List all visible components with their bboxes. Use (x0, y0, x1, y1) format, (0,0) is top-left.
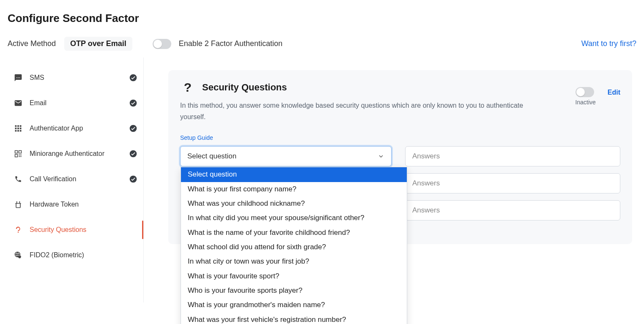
svg-rect-2 (15, 125, 17, 127)
sidebar-item-label: Call Verification (30, 175, 129, 183)
dropdown-option[interactable]: In what city or town was your first job? (181, 254, 407, 269)
dropdown-option[interactable]: Who is your favourite sports player? (181, 283, 407, 298)
svg-rect-18 (20, 156, 21, 157)
enable-2fa-toggle[interactable] (153, 39, 171, 49)
sidebar-item-label: FIDO2 (Biometric) (30, 251, 137, 259)
dropdown-option[interactable]: What is your first company name? (181, 182, 407, 196)
panel-description: In this method, you answer some knowledg… (180, 100, 527, 123)
answer-input-2[interactable] (405, 173, 620, 193)
dropdown-option[interactable]: In what city did you meet your spouse/si… (181, 211, 407, 225)
answer-input-3[interactable] (405, 200, 620, 221)
dropdown-option[interactable]: What is your favourite sport? (181, 269, 407, 283)
svg-point-20 (130, 176, 137, 183)
edit-button[interactable]: Edit (608, 87, 620, 96)
panel-status-label: Inactive (575, 99, 596, 106)
sidebar-item-label: Hardware Token (30, 201, 137, 208)
sidebar-item-label: Authenticator App (30, 125, 129, 132)
sidebar-item-label: Miniorange Authenticator (30, 150, 129, 158)
panel-title: Security Questions (202, 82, 287, 93)
main-content: ? Security Questions In this method, you… (144, 57, 644, 302)
question-select-1[interactable]: Select question Select question What is … (180, 146, 392, 166)
sidebar-item-hardware-token[interactable]: Hardware Token (8, 192, 143, 217)
question-dropdown: Select question What is your first compa… (181, 167, 407, 324)
dropdown-option[interactable]: Select question (181, 167, 407, 182)
check-icon (129, 74, 137, 82)
sidebar-item-security-questions[interactable]: Security Questions (8, 217, 143, 242)
svg-rect-3 (17, 125, 19, 127)
sidebar-item-call-verification[interactable]: Call Verification (8, 166, 143, 192)
grid-icon (14, 124, 23, 133)
sidebar-item-label: SMS (30, 74, 129, 82)
svg-rect-12 (15, 151, 18, 153)
token-icon (14, 200, 23, 209)
sidebar: SMS Email Authenticator App (0, 57, 144, 302)
svg-rect-15 (19, 155, 20, 155)
svg-rect-17 (19, 156, 20, 157)
security-questions-panel: ? Security Questions In this method, you… (168, 70, 632, 244)
svg-rect-7 (20, 128, 22, 129)
svg-rect-9 (17, 130, 19, 132)
svg-rect-13 (19, 151, 22, 153)
setup-guide-link[interactable]: Setup Guide (180, 134, 620, 141)
svg-rect-14 (15, 155, 18, 157)
dropdown-option[interactable]: What is your grandmother's maiden name? (181, 298, 407, 312)
phone-icon (14, 174, 23, 184)
svg-rect-10 (20, 130, 22, 132)
question-row-1: Select question Select question What is … (180, 146, 620, 166)
svg-point-11 (130, 125, 137, 132)
svg-rect-8 (15, 130, 17, 132)
sidebar-item-sms[interactable]: SMS (8, 65, 143, 90)
topbar: Active Method OTP over Email Enable 2 Fa… (0, 25, 644, 57)
svg-point-0 (130, 74, 137, 82)
svg-rect-16 (20, 155, 21, 155)
email-icon (14, 98, 23, 108)
sidebar-item-authenticator-app[interactable]: Authenticator App (8, 116, 143, 141)
answer-input-1[interactable] (405, 146, 620, 166)
chevron-down-icon (378, 153, 384, 160)
sidebar-item-email[interactable]: Email (8, 90, 143, 116)
enable-2fa-label: Enable 2 Factor Authentication (179, 39, 282, 48)
select-value: Select question (187, 152, 378, 161)
dropdown-option[interactable]: What was your first vehicle's registrati… (181, 313, 407, 324)
dropdown-option[interactable]: What was your childhood nickname? (181, 196, 407, 211)
qr-icon (14, 149, 23, 158)
svg-point-19 (130, 150, 137, 158)
sidebar-item-label: Security Questions (30, 226, 137, 234)
question-icon (14, 225, 23, 234)
active-method-value: OTP over Email (64, 37, 132, 51)
svg-rect-5 (15, 128, 17, 129)
svg-point-1 (130, 100, 137, 107)
sidebar-item-label: Email (30, 99, 129, 107)
sidebar-item-fido2[interactable]: FIDO2 (Biometric) (8, 242, 143, 268)
active-method-label: Active Method (8, 39, 56, 48)
svg-rect-6 (17, 128, 19, 129)
question-mark-icon: ? (180, 80, 195, 95)
check-icon (129, 99, 137, 107)
globe-shield-icon (14, 250, 23, 260)
dropdown-option[interactable]: What school did you attend for sixth gra… (181, 240, 407, 254)
want-to-try-first-link[interactable]: Want to try first? (581, 39, 636, 48)
panel-status-toggle[interactable] (575, 87, 594, 97)
check-icon (129, 150, 137, 158)
sidebar-item-miniorange-authenticator[interactable]: Miniorange Authenticator (8, 141, 143, 166)
check-icon (129, 175, 137, 183)
page-title: Configure Second Factor (0, 0, 644, 25)
dropdown-option[interactable]: What is the name of your favorite childh… (181, 226, 407, 240)
svg-rect-4 (20, 125, 22, 127)
check-icon (129, 124, 137, 133)
sms-icon (14, 73, 23, 82)
